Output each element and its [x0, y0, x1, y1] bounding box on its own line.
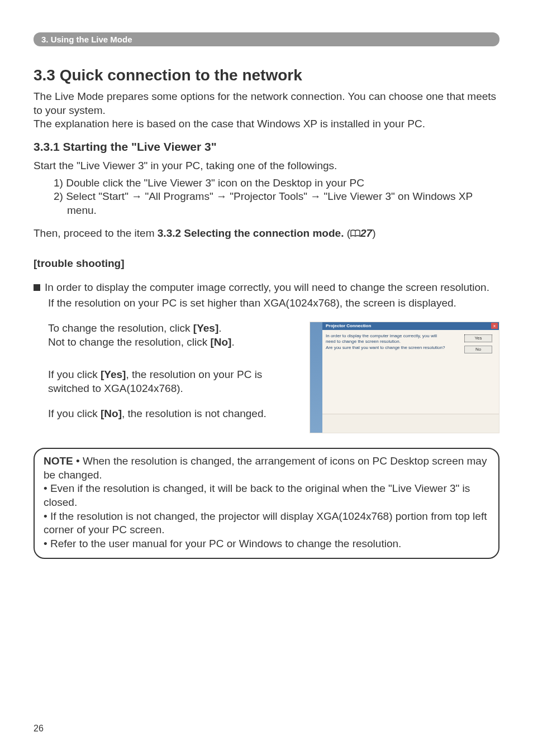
bullet-resolution-text: In order to display the computer image c… [45, 281, 489, 295]
proceed-page-ref: 27 [360, 227, 372, 239]
step-2: 2) Select "Start" → "All Programs" → "Pr… [54, 190, 499, 217]
close-icon[interactable]: x [491, 323, 498, 329]
proceed-pre: Then, proceed to the item [34, 227, 158, 239]
bullet-resolution: In order to display the computer image c… [34, 281, 499, 295]
dialog-body: In order to display the computer image c… [326, 333, 459, 351]
projector-connection-dialog: Projector Connection x In order to displ… [310, 322, 499, 433]
proceed-line: Then, proceed to the item 3.3.2 Selectin… [34, 227, 499, 241]
trouble-shooting-heading: [trouble shooting] [34, 257, 499, 270]
dialog-title-bar: Projector Connection [322, 322, 499, 330]
proceed-bold: 3.3.2 Selecting the connection mode. [158, 227, 344, 239]
dialog-footer [322, 414, 499, 433]
intro-paragraph-2: The explanation here is based on the cas… [34, 117, 499, 131]
yes-pre: If you click [48, 369, 101, 380]
no-bold: [No] [101, 408, 122, 419]
change-post: . [218, 322, 221, 334]
bullet-resolution-followup: If the resolution on your PC is set high… [34, 296, 499, 310]
start-line: Start the "Live Viewer 3" in your PC, ta… [34, 159, 499, 173]
change-no-line: Not to change the resolution, click [No]… [34, 336, 293, 350]
section-banner-text: 3. Using the Live Mode [41, 35, 132, 44]
heading-3-3: 3.3 Quick connection to the network [34, 66, 499, 84]
book-icon [350, 229, 360, 237]
no-pre: If you click [48, 408, 101, 419]
nochange-post: . [231, 336, 234, 348]
dialog-sidebar [310, 322, 322, 433]
heading-3-3-1: 3.3.1 Starting the "Live Viewer 3" [34, 140, 499, 154]
click-yes-result: If you click [Yes], the resolution on yo… [34, 368, 293, 395]
dialog-line-3: Are you sure that you want to change the… [326, 345, 459, 351]
yes-bold: [Yes] [101, 369, 126, 380]
change-pre: To change the resolution, click [48, 322, 193, 334]
note-box: NOTE • When the resolution is changed, t… [34, 448, 499, 559]
note-3: • If the resolution is not changed, the … [44, 510, 489, 537]
section-banner: 3. Using the Live Mode [34, 32, 499, 46]
note-label: NOTE [44, 455, 73, 467]
dialog-title-text: Projector Connection [326, 323, 371, 328]
note-2: • Even if the resolution is changed, it … [44, 482, 489, 509]
proceed-close: ) [372, 227, 375, 239]
change-yes-line: To change the resolution, click [Yes]. [34, 322, 293, 336]
start-steps-list: 1) Double click the "Live Viewer 3" icon… [34, 176, 499, 218]
nochange-no-bold: [No] [210, 336, 231, 348]
no-post: , the resolution is not changed. [122, 408, 266, 419]
click-no-result: If you click [No], the resolution is not… [34, 407, 293, 421]
proceed-open: ( [344, 227, 350, 239]
no-button[interactable]: No [464, 346, 492, 353]
step-1: 1) Double click the "Live Viewer 3" icon… [54, 176, 499, 190]
change-yes-bold: [Yes] [193, 322, 218, 334]
dialog-line-1: In order to display the computer image c… [326, 333, 459, 339]
nochange-pre: Not to change the resolution, click [48, 336, 210, 348]
square-bullet-icon [34, 284, 40, 291]
note-4: • Refer to the user manual for your PC o… [44, 537, 489, 551]
yes-button[interactable]: Yes [464, 334, 492, 342]
dialog-line-2: need to change the screen resolution. [326, 339, 459, 344]
intro-paragraph-1: The Live Mode prepares some options for … [34, 90, 499, 117]
page-number: 26 [34, 724, 44, 734]
note-1: • When the resolution is changed, the ar… [44, 455, 487, 481]
